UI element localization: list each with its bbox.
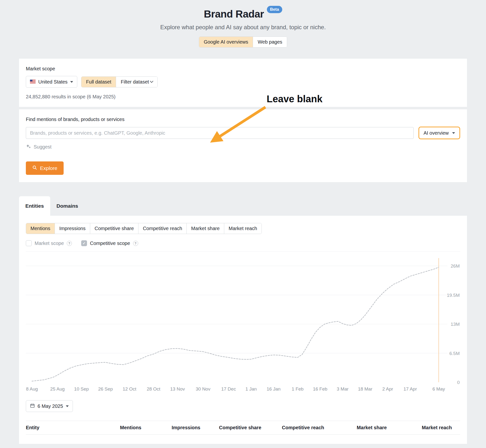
market-scope-checkbox[interactable]	[26, 240, 32, 246]
svg-text:16 Jan: 16 Jan	[267, 386, 281, 392]
date-picker-label: 6 May 2025	[38, 403, 63, 409]
svg-text:1 Jan: 1 Jan	[245, 386, 257, 392]
mentions-chart-area: 26M19.5M13M6.5M08 Aug25 Aug10 Sep26 Sep1…	[26, 252, 460, 394]
suggest-button[interactable]: Suggest	[26, 144, 51, 150]
search-label: Find mentions of brands, products or ser…	[26, 117, 460, 122]
explore-button[interactable]: Explore	[26, 161, 64, 175]
metric-competitive-share[interactable]: Competitive share	[90, 223, 138, 234]
metric-market-share[interactable]: Market share	[186, 223, 224, 234]
explore-label: Explore	[40, 165, 57, 171]
column-market-reach: Market reach	[387, 425, 460, 430]
column-competitive-share: Competitive share	[200, 425, 261, 430]
filter-dataset-label: Filter dataset	[121, 79, 149, 85]
svg-text:28 Oct: 28 Oct	[147, 386, 161, 392]
svg-text:3 Mar: 3 Mar	[337, 386, 349, 392]
toggle-web-pages[interactable]: Web pages	[253, 37, 287, 47]
ai-overview-select[interactable]: AI overview	[418, 127, 460, 139]
column-competitive-reach: Competitive reach	[261, 425, 324, 430]
metric-competitive-reach[interactable]: Competitive reach	[138, 223, 186, 234]
help-icon[interactable]: ?	[67, 241, 72, 246]
svg-text:10 Sep: 10 Sep	[74, 386, 89, 392]
svg-text:6.5M: 6.5M	[449, 351, 460, 356]
search-row: AI overview	[26, 127, 460, 139]
calendar-icon	[30, 403, 35, 409]
sparkle-icon	[26, 144, 31, 150]
column-mentions: Mentions	[115, 425, 141, 430]
tab-domains[interactable]: Domains	[50, 196, 85, 216]
svg-text:18 Mar: 18 Mar	[358, 386, 373, 392]
svg-text:19.5M: 19.5M	[447, 293, 460, 298]
chevron-down-icon	[452, 132, 455, 134]
svg-text:26M: 26M	[451, 263, 460, 269]
date-picker[interactable]: 6 May 2025	[26, 400, 73, 412]
svg-text:13M: 13M	[451, 322, 460, 327]
svg-text:30 Nov: 30 Nov	[196, 386, 211, 392]
svg-text:25 Aug: 25 Aug	[50, 386, 65, 392]
svg-text:1 Feb: 1 Feb	[292, 386, 304, 392]
entity-domain-tabs: Entities Domains	[19, 196, 467, 216]
svg-text:26 Sep: 26 Sep	[98, 386, 113, 392]
column-impressions: Impressions	[141, 425, 200, 430]
search-card: Find mentions of brands, products or ser…	[19, 109, 467, 182]
competitive-scope-checkbox-label: Competitive scope	[90, 241, 130, 246]
results-in-scope-text: 24,852,880 results in scope (6 May 2025)	[26, 94, 460, 100]
page-title: Brand Radar	[204, 8, 264, 20]
filter-dataset-button[interactable]: Filter dataset	[116, 77, 157, 87]
svg-text:13 Nov: 13 Nov	[170, 386, 185, 392]
ai-overview-label: AI overview	[424, 130, 449, 136]
market-scope-label: Market scope	[26, 66, 460, 72]
country-label: United States	[38, 79, 68, 85]
svg-text:6 May: 6 May	[432, 386, 445, 392]
svg-text:16 Feb: 16 Feb	[313, 386, 327, 392]
metric-toggle: Mentions Impressions Competitive share C…	[26, 223, 262, 234]
title-row: Brand Radar Beta	[0, 8, 486, 20]
toggle-google-ai-overviews[interactable]: Google AI overviews	[199, 37, 253, 47]
brand-radar-page: Brand Radar Beta Explore what people and…	[0, 0, 486, 448]
svg-text:2 Apr: 2 Apr	[382, 386, 393, 392]
column-market-share: Market share	[324, 425, 387, 430]
column-entity: Entity	[26, 425, 115, 430]
chevron-down-icon	[66, 405, 69, 407]
metric-mentions[interactable]: Mentions	[26, 223, 55, 234]
search-input[interactable]	[26, 127, 414, 139]
mentions-chart[interactable]: 26M19.5M13M6.5M08 Aug25 Aug10 Sep26 Sep1…	[26, 252, 460, 393]
results-table-header: Entity Mentions Impressions Competitive …	[26, 421, 460, 435]
chevron-down-icon	[150, 79, 153, 83]
competitive-scope-toggle[interactable]: ✓ Competitive scope ?	[81, 240, 138, 246]
tab-entities[interactable]: Entities	[19, 196, 50, 216]
page-subtitle: Explore what people and AI say about any…	[0, 24, 486, 31]
svg-text:12 Oct: 12 Oct	[123, 386, 136, 392]
market-scope-card: Market scope United States	[19, 59, 467, 107]
svg-text:8 Aug: 8 Aug	[26, 386, 38, 392]
metric-impressions[interactable]: Impressions	[55, 223, 90, 234]
market-scope-toggle[interactable]: Market scope ?	[26, 240, 72, 246]
svg-text:17 Apr: 17 Apr	[404, 386, 417, 392]
entities-panel: Mentions Impressions Competitive share C…	[19, 216, 467, 444]
search-icon	[32, 165, 37, 171]
competitive-scope-checkbox[interactable]: ✓	[81, 240, 87, 246]
source-toggle: Google AI overviews Web pages	[199, 37, 287, 47]
country-select[interactable]: United States	[26, 76, 77, 88]
header: Brand Radar Beta Explore what people and…	[0, 0, 486, 47]
full-dataset-button[interactable]: Full dataset	[81, 77, 116, 87]
metric-market-reach[interactable]: Market reach	[224, 223, 262, 234]
market-scope-controls: United States Full dataset Filter datase…	[26, 76, 460, 88]
svg-text:0: 0	[457, 380, 460, 385]
svg-text:17 Dec: 17 Dec	[221, 386, 236, 392]
dataset-toggle: Full dataset Filter dataset	[81, 76, 158, 87]
chevron-down-icon	[70, 81, 73, 83]
suggest-label: Suggest	[34, 144, 51, 150]
scope-toggles: Market scope ? ✓ Competitive scope ?	[26, 240, 460, 246]
help-icon[interactable]: ?	[133, 241, 138, 246]
us-flag-icon	[30, 79, 36, 85]
beta-badge: Beta	[267, 6, 282, 13]
market-scope-checkbox-label: Market scope	[35, 241, 64, 246]
